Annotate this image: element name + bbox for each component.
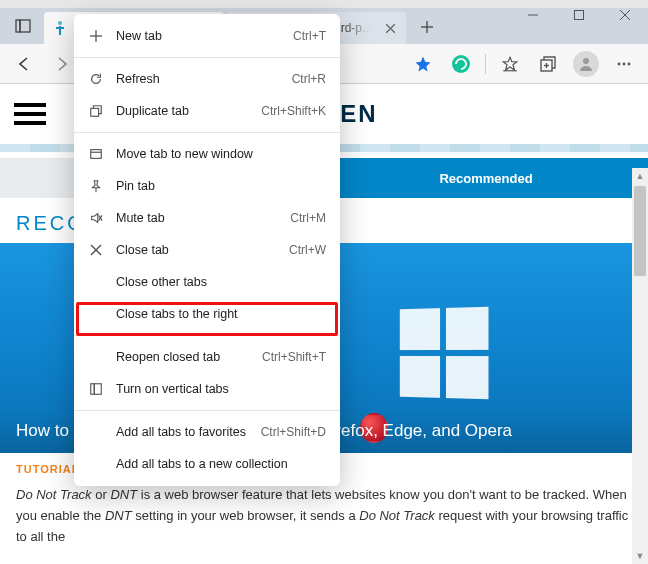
- tab-close-button[interactable]: [382, 20, 398, 36]
- menu-label: Add all tabs to favorites: [116, 425, 249, 439]
- blank-icon: [88, 456, 104, 472]
- mute-icon: [88, 210, 104, 226]
- menu-item-close-tabs-to-the-right[interactable]: Close tabs to the right: [74, 298, 340, 330]
- menu-shortcut: Ctrl+T: [293, 29, 326, 43]
- blank-icon: [88, 306, 104, 322]
- menu-label: Close other tabs: [116, 275, 326, 289]
- scroll-down-arrow[interactable]: ▼: [632, 548, 648, 564]
- menu-label: Turn on vertical tabs: [116, 382, 326, 396]
- menu-item-mute-tab[interactable]: Mute tabCtrl+M: [74, 202, 340, 234]
- hamburger-menu-icon[interactable]: [14, 98, 46, 130]
- svg-rect-5: [20, 20, 30, 32]
- blank-icon: [88, 274, 104, 290]
- scrollbar-thumb[interactable]: [634, 186, 646, 276]
- back-button[interactable]: [8, 48, 40, 80]
- menu-separator: [74, 335, 340, 336]
- menu-shortcut: Ctrl+Shift+T: [262, 350, 326, 364]
- menu-label: Pin tab: [116, 179, 326, 193]
- menu-button[interactable]: [608, 48, 640, 80]
- menu-item-turn-on-vertical-tabs[interactable]: Turn on vertical tabs: [74, 373, 340, 405]
- tab-actions-button[interactable]: [6, 11, 40, 41]
- menu-label: Refresh: [116, 72, 280, 86]
- svg-rect-33: [91, 108, 99, 116]
- menu-item-reopen-closed-tab[interactable]: Reopen closed tabCtrl+Shift+T: [74, 341, 340, 373]
- plus-icon: [88, 28, 104, 44]
- close-icon: [88, 242, 104, 258]
- menu-label: Add all tabs to a new collection: [116, 457, 326, 471]
- window-minimize-button[interactable]: [510, 0, 556, 30]
- article-excerpt: Do Not Track or DNT is a web browser fea…: [0, 481, 648, 559]
- svg-point-6: [58, 21, 62, 25]
- scroll-up-arrow[interactable]: ▲: [632, 168, 648, 184]
- favicon-icon: [52, 20, 68, 36]
- menu-separator: [74, 57, 340, 58]
- menu-shortcut: Ctrl+Shift+K: [261, 104, 326, 118]
- menu-item-duplicate-tab[interactable]: Duplicate tabCtrl+Shift+K: [74, 95, 340, 127]
- menu-label: Duplicate tab: [116, 104, 249, 118]
- svg-point-22: [583, 58, 589, 64]
- window-maximize-button[interactable]: [556, 0, 602, 30]
- menu-item-add-all-tabs-to-a-new-collection[interactable]: Add all tabs to a new collection: [74, 448, 340, 480]
- profile-button[interactable]: [570, 48, 602, 80]
- favorites-button[interactable]: [494, 48, 526, 80]
- vertical-tabs-icon: [88, 381, 104, 397]
- window-icon: [88, 146, 104, 162]
- svg-rect-34: [91, 150, 102, 159]
- menu-label: Mute tab: [116, 211, 278, 225]
- grammarly-extension-icon[interactable]: [445, 48, 477, 80]
- menu-label: Reopen closed tab: [116, 350, 250, 364]
- content-tab-recommended[interactable]: Recommended: [324, 158, 648, 198]
- new-tab-button[interactable]: [412, 12, 442, 42]
- blank-icon: [88, 424, 104, 440]
- collections-button[interactable]: [532, 48, 564, 80]
- menu-item-close-tab[interactable]: Close tabCtrl+W: [74, 234, 340, 266]
- favorites-star-icon[interactable]: [407, 48, 439, 80]
- menu-separator: [74, 410, 340, 411]
- refresh-icon: [88, 71, 104, 87]
- window-close-button[interactable]: [602, 0, 648, 30]
- menu-label: Move tab to new window: [116, 147, 326, 161]
- pin-icon: [88, 178, 104, 194]
- svg-rect-8: [56, 27, 64, 29]
- menu-separator: [74, 132, 340, 133]
- svg-rect-1: [575, 11, 584, 20]
- svg-point-24: [623, 62, 626, 65]
- menu-label: New tab: [116, 29, 281, 43]
- menu-item-pin-tab[interactable]: Pin tab: [74, 170, 340, 202]
- article-category[interactable]: TUTORIAL: [16, 463, 79, 475]
- menu-shortcut: Ctrl+R: [292, 72, 326, 86]
- menu-item-close-other-tabs[interactable]: Close other tabs: [74, 266, 340, 298]
- menu-shortcut: Ctrl+Shift+D: [261, 425, 326, 439]
- svg-point-25: [628, 62, 631, 65]
- svg-point-23: [618, 62, 621, 65]
- menu-item-refresh[interactable]: RefreshCtrl+R: [74, 63, 340, 95]
- menu-item-add-all-tabs-to-favorites[interactable]: Add all tabs to favoritesCtrl+Shift+D: [74, 416, 340, 448]
- menu-item-new-tab[interactable]: New tabCtrl+T: [74, 20, 340, 52]
- menu-item-move-tab-to-new-window[interactable]: Move tab to new window: [74, 138, 340, 170]
- blank-icon: [88, 349, 104, 365]
- menu-label: Close tab: [116, 243, 277, 257]
- menu-shortcut: Ctrl+M: [290, 211, 326, 225]
- menu-shortcut: Ctrl+W: [289, 243, 326, 257]
- svg-rect-42: [94, 384, 101, 395]
- tab-context-menu: New tabCtrl+TRefreshCtrl+RDuplicate tabC…: [74, 14, 340, 486]
- vertical-scrollbar[interactable]: ▲ ▼: [632, 168, 648, 564]
- menu-label: Close tabs to the right: [116, 307, 326, 321]
- windows-logo-icon: [400, 307, 489, 399]
- duplicate-icon: [88, 103, 104, 119]
